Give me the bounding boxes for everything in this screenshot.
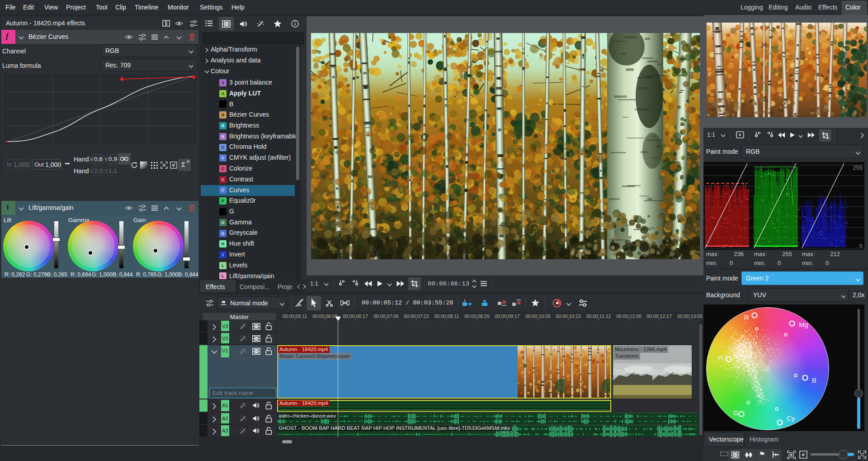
svg-text:Yl: Yl	[717, 354, 723, 362]
svg-text:G: G	[733, 409, 739, 417]
svg-text:Cy: Cy	[787, 414, 795, 422]
svg-text:255: 255	[853, 164, 863, 171]
svg-text:0: 0	[859, 242, 863, 249]
svg-text:R: R	[744, 314, 749, 321]
svg-text:Mg: Mg	[799, 321, 808, 328]
svg-text:B: B	[812, 376, 816, 384]
